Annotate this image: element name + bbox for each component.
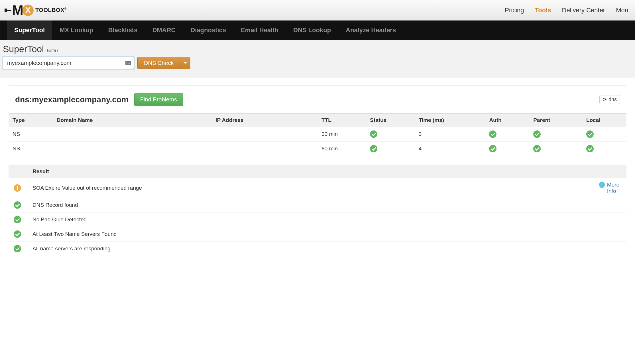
records-header-row: Type Domain Name IP Address TTL Status T… [9, 114, 626, 127]
tab-supertool[interactable]: SuperTool [7, 21, 52, 40]
checks-table: Result !SOA Expire Value out of recommen… [9, 165, 626, 256]
logo-toolbox-text: TOOLBOX® [35, 7, 67, 13]
refresh-icon: ⟳ [603, 97, 607, 102]
tab-email-health[interactable]: Email Health [233, 21, 286, 40]
col-header-domain: Domain Name [53, 114, 211, 127]
cell-result: No Bad Glue Detected [29, 212, 595, 227]
refresh-label: dns [608, 97, 617, 103]
top-header: M X TOOLBOX® Pricing Tools Delivery Cent… [0, 0, 635, 21]
checks-header-row: Result [9, 165, 626, 178]
nav-tools[interactable]: Tools [535, 7, 551, 14]
tool-beta-label: Beta7 [47, 48, 59, 53]
check-icon [370, 130, 377, 138]
nav-mon[interactable]: Mon [616, 7, 628, 14]
cell-time: 3 [415, 127, 485, 142]
more-info-link[interactable]: More Info [607, 182, 622, 194]
warning-icon: ! [14, 184, 21, 192]
cell-more-info [595, 198, 626, 212]
cell-more-info: iMore Info [595, 178, 626, 198]
tool-area: SuperTool Beta7 ••• DNS Check [0, 40, 635, 77]
logo-connector-icon [7, 10, 11, 11]
cell-status-icon [9, 242, 29, 256]
cell-local [582, 142, 626, 156]
cell-more-info [595, 227, 626, 242]
tab-blacklists[interactable]: Blacklists [101, 21, 145, 40]
cell-parent [529, 142, 582, 156]
tab-diagnostics[interactable]: Diagnostics [183, 21, 233, 40]
cell-status-icon: ! [9, 178, 29, 198]
table-row: !SOA Expire Value out of recommended ran… [9, 178, 626, 198]
tab-dmarc[interactable]: DMARC [145, 21, 183, 40]
check-icon [533, 130, 541, 138]
find-problems-button[interactable]: Find Problems [134, 93, 183, 106]
cell-parent [529, 127, 582, 142]
caret-down-icon [184, 62, 187, 64]
input-options-icon[interactable]: ••• [125, 61, 131, 65]
table-row: At Least Two Name Servers Found [9, 227, 626, 242]
check-icon [14, 230, 21, 238]
col-header-ttl: TTL [317, 114, 366, 127]
col-header-status: Status [366, 114, 414, 127]
tool-title-row: SuperTool Beta7 [3, 44, 632, 54]
col-header-parent: Parent [529, 114, 582, 127]
cell-ttl: 60 min [317, 127, 366, 142]
cell-result: All name servers are responding [29, 242, 595, 256]
domain-input[interactable] [3, 57, 134, 69]
cell-status-icon [9, 198, 29, 212]
cell-type: NS [9, 142, 53, 156]
cell-ttl: 60 min [317, 142, 366, 156]
logo[interactable]: M X TOOLBOX® [7, 3, 67, 17]
col-header-ip: IP Address [211, 114, 317, 127]
col-header-auth: Auth [485, 114, 529, 127]
check-icon [489, 145, 496, 152]
col-header-more [595, 165, 626, 178]
cell-result: At Least Two Name Servers Found [29, 227, 595, 242]
results-heading: dns:myexamplecompany.com [15, 95, 129, 104]
cell-status-icon [9, 212, 29, 227]
tab-dns-lookup[interactable]: DNS Lookup [286, 21, 338, 40]
cell-more-info [595, 212, 626, 227]
check-icon [533, 145, 541, 152]
records-table: Type Domain Name IP Address TTL Status T… [9, 113, 626, 156]
top-nav: Pricing Tools Delivery Center Mon [505, 7, 628, 14]
col-header-status-icon [9, 165, 29, 178]
nav-delivery-center[interactable]: Delivery Center [562, 7, 605, 14]
check-icon [14, 245, 21, 252]
col-header-type: Type [9, 114, 53, 127]
cell-local [582, 127, 626, 142]
cell-status [366, 127, 414, 142]
nav-pricing[interactable]: Pricing [505, 7, 524, 14]
tab-analyze-headers[interactable]: Analyze Headers [338, 21, 403, 40]
logo-registered: ® [64, 7, 67, 10]
refresh-button[interactable]: ⟳ dns [599, 95, 620, 104]
tab-mx-lookup[interactable]: MX Lookup [52, 21, 101, 40]
table-row: DNS Record found [9, 198, 626, 212]
cell-more-info [595, 242, 626, 256]
table-row: No Bad Glue Detected [9, 212, 626, 227]
check-icon [14, 216, 21, 223]
results-card: dns:myexamplecompany.com Find Problems ⟳… [8, 85, 627, 256]
check-icon [370, 145, 377, 152]
results-header: dns:myexamplecompany.com Find Problems ⟳… [8, 93, 627, 113]
check-icon [14, 201, 21, 209]
logo-toolbox-label: TOOLBOX [35, 7, 64, 13]
check-icon [489, 130, 496, 138]
action-button-group: DNS Check [137, 57, 190, 69]
action-dropdown-toggle[interactable] [180, 57, 190, 69]
tool-title: SuperTool [3, 44, 44, 54]
cell-type: NS [9, 127, 53, 142]
table-row: All name servers are responding [9, 242, 626, 256]
col-header-local: Local [582, 114, 626, 127]
cell-time: 4 [415, 142, 485, 156]
cell-auth [485, 127, 529, 142]
logo-x-badge-icon: X [22, 5, 34, 16]
table-row: NS60 min3 [9, 127, 626, 142]
col-header-time: Time (ms) [415, 114, 485, 127]
col-header-result: Result [29, 165, 595, 178]
dns-check-button[interactable]: DNS Check [137, 57, 180, 69]
tool-input-row: ••• DNS Check [3, 57, 632, 69]
cell-result: SOA Expire Value out of recommended rang… [29, 178, 595, 198]
table-row: NS60 min4 [9, 142, 626, 156]
tool-tabs: SuperTool MX Lookup Blacklists DMARC Dia… [0, 21, 635, 40]
check-icon [586, 145, 594, 152]
